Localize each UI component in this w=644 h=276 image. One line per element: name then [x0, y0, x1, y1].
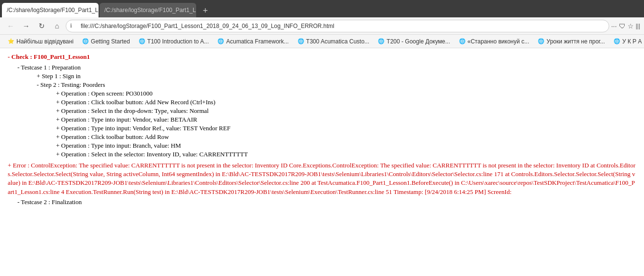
error-block: + Error : ControlException: The specifie…: [8, 161, 636, 196]
log-line-bottom: - Testcase 2 : Finalization: [8, 198, 636, 206]
tab-1-label: /C:/share/logStorage/F100_Part1_L...: [7, 7, 99, 14]
bookmark-staranno-label: «Старанно виконуй с...: [468, 38, 530, 45]
tab-1[interactable]: /C:/share/logStorage/F100_Part1_L... ✕: [2, 3, 99, 17]
extensions-icon[interactable]: |||: [636, 23, 640, 29]
bookmark-t300-label: T300 Acumatica Custo...: [306, 38, 370, 45]
bookmark-globe-icon: 🌐: [82, 38, 89, 44]
bookmark-t200-label: T200 - Google Докуме...: [386, 38, 450, 45]
bookmark-globe-icon-8: 🌐: [614, 38, 620, 44]
log-line-9: + Operation : Type into input: Branch, v…: [8, 142, 636, 150]
log-line-4: + Operation : Click toolbar button: Add …: [8, 98, 636, 106]
tab-2[interactable]: /C:/share/logStorage/F100_Part1_L... ✕: [100, 3, 196, 17]
bookmark-globe-icon-3: 🌐: [217, 38, 224, 44]
address-bar[interactable]: ℹ file:///C:/share/logStorage/F100_Part1…: [66, 20, 609, 32]
bookmark-uroky-label: Уроки життя не прог...: [546, 38, 605, 45]
log-line-5: + Operation : Select in the drop-down: T…: [8, 107, 636, 115]
tab-2-label: /C:/share/logStorage/F100_Part1_L...: [104, 7, 196, 14]
log-line-6: + Operation : Type into input: Vendor, v…: [8, 116, 636, 124]
log-line-2: - Step 2 : Testing: Poorders: [8, 81, 636, 89]
back-button[interactable]: ←: [4, 19, 17, 33]
nav-bar: ← → ↻ ⌂ ℹ file:///C:/share/logStorage/F1…: [0, 17, 644, 35]
more-options-icon[interactable]: ···: [611, 22, 617, 30]
nav-extra-icons: ··· 🛡 ☆ |||: [611, 22, 640, 30]
bookmark-getting-started[interactable]: 🌐 Getting Started: [78, 36, 134, 47]
bookmark-most-visited-label: Найбільш відвідувані: [16, 38, 73, 45]
log-line-1: + Step 1 : Sign in: [8, 72, 636, 80]
log-line-0: - Testcase 1 : Preparation: [8, 64, 636, 71]
bookmark-globe-icon-6: 🌐: [459, 38, 466, 44]
bookmark-t200[interactable]: 🌐 T200 - Google Докуме...: [374, 36, 454, 47]
bookmark-t100-label: T100 Introduction to A...: [147, 38, 209, 45]
new-tab-button[interactable]: +: [198, 4, 213, 17]
bookmarks-bar: ⭐ Найбільш відвідувані 🌐 Getting Started…: [0, 35, 644, 48]
log-line-3: + Operation : Open screen: PO301000: [8, 90, 636, 97]
bookmark-acumatica-framework[interactable]: 🌐 Acumatica Framework...: [214, 36, 292, 47]
forward-button[interactable]: →: [19, 19, 33, 33]
bookmark-acumatica-framework-label: Acumatica Framework...: [226, 38, 288, 45]
log-line-8: + Operation : Click toolbar button: Add …: [8, 133, 636, 141]
page-content: - Check : F100_Part1_Lesson1 - Testcase …: [0, 48, 644, 276]
bookmark-globe-icon-2: 🌐: [139, 38, 145, 44]
bookmark-ukrainka[interactable]: 🌐 У К Р А І Н К: [610, 36, 644, 47]
bookmark-most-visited[interactable]: ⭐ Найбільш відвідувані: [4, 36, 77, 47]
bookmark-star-icon[interactable]: ☆: [628, 22, 634, 30]
bookmark-ukrainka-label: У К Р А І Н К: [622, 38, 644, 45]
log-line-10: + Operation : Select in the selector: In…: [8, 151, 636, 158]
bookmark-globe-icon-4: 🌐: [298, 38, 304, 44]
bookmark-t300[interactable]: 🌐 T300 Acumatica Custo...: [294, 36, 373, 47]
log-line-7: + Operation : Type into input: Vendor Re…: [8, 124, 636, 132]
address-text: file:///C:/share/logStorage/F100_Part1_L…: [81, 23, 334, 29]
info-icon: ℹ: [70, 23, 72, 29]
reload-button[interactable]: ↻: [35, 19, 48, 33]
check-header: - Check : F100_Part1_Lesson1: [8, 53, 636, 61]
bookmark-t100[interactable]: 🌐 T100 Introduction to A...: [135, 36, 213, 47]
bookmark-globe-icon-5: 🌐: [378, 38, 385, 44]
browser-window: /C:/share/logStorage/F100_Part1_L... ✕ /…: [0, 0, 644, 276]
tab-bar: /C:/share/logStorage/F100_Part1_L... ✕ /…: [0, 0, 644, 17]
bookmark-globe-icon-7: 🌐: [538, 38, 544, 44]
bookmark-icon: ⭐: [8, 38, 14, 44]
shield-icon[interactable]: 🛡: [619, 22, 626, 30]
bookmark-staranno[interactable]: 🌐 «Старанно виконуй с...: [455, 36, 533, 47]
bookmark-getting-started-label: Getting Started: [91, 38, 130, 45]
home-button[interactable]: ⌂: [50, 19, 64, 33]
bookmark-uroky[interactable]: 🌐 Уроки життя не прог...: [534, 36, 609, 47]
